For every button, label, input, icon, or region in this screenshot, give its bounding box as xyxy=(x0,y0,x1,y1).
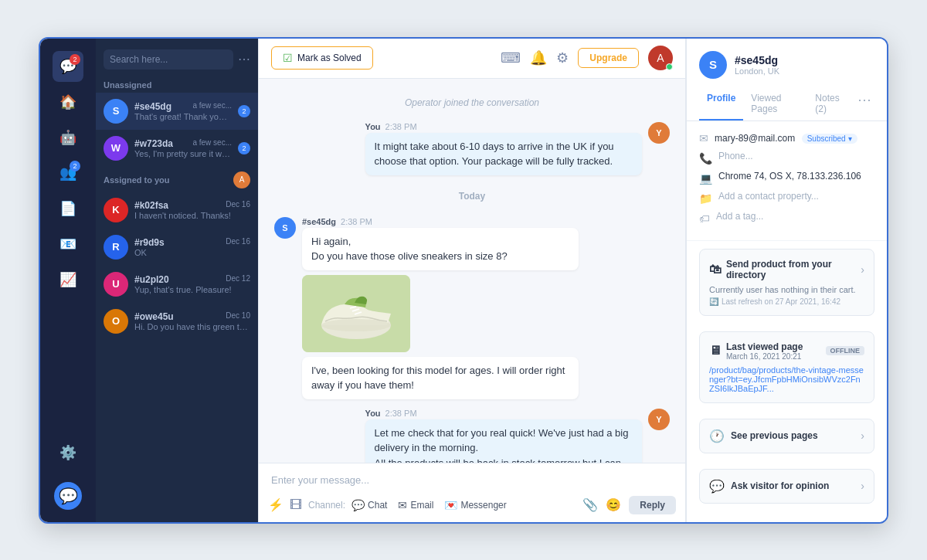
chat-badge: 2 xyxy=(70,54,80,65)
rp-browser-value: Chrome 74, OS X, 78.133.236.106 xyxy=(718,171,861,182)
page-icon: 🖥 xyxy=(709,344,722,358)
messenger-channel-icon: 💌 xyxy=(444,499,457,511)
attachment-button[interactable]: 📎 xyxy=(582,497,598,512)
message-input[interactable] xyxy=(271,474,673,486)
message-bubble: Let me check that for you real quick! We… xyxy=(365,419,642,463)
sidebar-item-contacts[interactable]: 👥 2 xyxy=(53,158,83,188)
conv-list-more-icon[interactable]: ⋯ xyxy=(238,52,250,66)
conv-avatar-k02fsa: K xyxy=(104,198,128,222)
conv-avatar-se45dg: S xyxy=(104,99,128,124)
sidebar-item-docs[interactable]: 📄 xyxy=(53,193,83,224)
rp-page-url[interactable]: /product/bag/products/the-vintage-messen… xyxy=(709,365,864,393)
upgrade-button[interactable]: Upgrade xyxy=(578,48,639,68)
conv-list-header: ⋯ xyxy=(96,39,258,76)
settings-icon[interactable]: ⚙ xyxy=(556,49,569,66)
rp-property-field: 📁 Add a contact property... xyxy=(699,191,874,205)
rp-tab-notes[interactable]: Notes (2) xyxy=(807,88,854,120)
sidebar-item-bot[interactable]: 🤖 xyxy=(53,122,83,153)
reply-button[interactable]: Reply xyxy=(629,496,676,514)
sidebar-user-avatar[interactable]: 💬 xyxy=(54,482,82,510)
ask-opinion-chevron-icon[interactable]: › xyxy=(861,480,864,492)
keyboard-icon[interactable]: ⌨ xyxy=(501,49,521,66)
rp-add-property[interactable]: Add a contact property... xyxy=(718,191,819,202)
rp-tab-profile[interactable]: Profile xyxy=(699,88,743,120)
lightning-button[interactable]: ⚡ xyxy=(268,497,284,512)
rp-shopify-card: 🛍 Send product from your directory › Cur… xyxy=(699,249,874,316)
rp-see-previous-card[interactable]: 🕐 See previous pages › xyxy=(699,419,874,453)
rp-tab-viewed-pages[interactable]: Viewed Pages xyxy=(743,88,807,120)
message-content: #se45dg 2:38 PM Hi again,Do you have tho… xyxy=(302,217,579,399)
shopify-icon: 🛍 xyxy=(709,263,722,277)
rp-add-tag[interactable]: Add a tag... xyxy=(716,211,763,222)
message-row: Y You 2:38 PM Let me check that for you … xyxy=(274,409,670,463)
tag-icon: 🏷 xyxy=(699,212,710,225)
rp-refresh-info: 🔄 Last refresh on 27 Apr 2021, 16:42 xyxy=(709,297,864,306)
opinion-icon: 💬 xyxy=(709,479,725,494)
refresh-icon: 🔄 xyxy=(709,297,718,306)
rp-user-location: London, UK xyxy=(735,66,779,76)
rp-last-page-card: 🖥 Last viewed page March 16, 2021 20:21 … xyxy=(699,331,874,403)
channel-messenger-option[interactable]: 💌 Messenger xyxy=(444,499,506,511)
subscribed-badge: Subscribed ▾ xyxy=(802,134,857,144)
ask-opinion-label: Ask visitor for opinion xyxy=(731,480,829,491)
email-icon: ✉ xyxy=(699,132,708,144)
rp-header: S #se45dg London, UK xyxy=(687,39,887,79)
conv-item-w723da[interactable]: W #w723da a few sec... Yes, I'm pretty s… xyxy=(96,130,258,167)
rp-more-icon[interactable]: ⋯ xyxy=(854,88,874,120)
sidebar-item-home[interactable]: 🏠 xyxy=(53,87,83,117)
conv-badge-se45dg: 2 xyxy=(238,105,250,117)
header-right: ⌨ 🔔 ⚙ Upgrade A xyxy=(501,46,673,70)
rp-browser-field: 💻 Chrome 74, OS X, 78.133.236.106 xyxy=(699,171,874,185)
rp-email-field: ✉ mary-89@mail.com Subscribed ▾ xyxy=(699,131,874,144)
shopify-chevron-icon[interactable]: › xyxy=(861,263,864,276)
channel-label: Channel: xyxy=(308,500,345,511)
rp-ask-opinion-card[interactable]: 💬 Ask visitor for opinion › xyxy=(699,469,874,504)
chat-main: ☑ Mark as Solved ⌨ 🔔 ⚙ Upgrade A Operato… xyxy=(258,39,686,522)
conv-item-r9d9s[interactable]: R #r9d9sDec 16 OK xyxy=(96,229,258,266)
rp-email-value: mary-89@mail.com xyxy=(715,133,795,144)
last-page-date: March 16, 2021 20:21 xyxy=(726,352,803,361)
check-icon: ☑ xyxy=(283,52,293,64)
conv-item-owe45u[interactable]: O #owe45uDec 10 Hi. Do you have this gre… xyxy=(96,303,258,340)
channel-email-option[interactable]: ✉ Email xyxy=(398,499,433,511)
search-input[interactable] xyxy=(104,49,233,70)
conv-item-se45dg[interactable]: S #se45dg a few sec... That's great! Tha… xyxy=(96,93,258,130)
sidebar-item-email[interactable]: 📧 xyxy=(53,229,83,260)
conv-info-se45dg: #se45dg a few sec... That's great! Thank… xyxy=(134,101,232,121)
phone-icon: 📞 xyxy=(699,152,712,165)
rp-tabs: Profile Viewed Pages Notes (2) ⋯ xyxy=(687,79,887,121)
assigned-user-avatar: A xyxy=(233,171,250,188)
conv-info-w723da: #w723da a few sec... Yes, I'm pretty sur… xyxy=(134,138,232,158)
clock-icon: 🕐 xyxy=(709,429,725,443)
chat-header: ☑ Mark as Solved ⌨ 🔔 ⚙ Upgrade A xyxy=(259,39,685,79)
message-bubble: Hi again,Do you have those olive sneaker… xyxy=(302,228,579,270)
sidebar-item-analytics[interactable]: 📈 xyxy=(53,264,83,295)
bell-icon[interactable]: 🔔 xyxy=(530,49,547,66)
rp-shopify-body: Currently user has nothing in their cart… xyxy=(709,285,864,306)
message-avatar: Y xyxy=(648,122,670,144)
see-previous-chevron-icon[interactable]: › xyxy=(861,429,864,442)
toolbar-right: 📎 😊 Reply xyxy=(582,496,676,514)
channel-chat-option[interactable]: 💬 Chat xyxy=(351,499,387,511)
emoji-button[interactable]: 😊 xyxy=(606,497,621,512)
conv-avatar-u2pl20: U xyxy=(104,272,128,297)
message-content: You 2:38 PM It might take about 6-10 day… xyxy=(365,122,642,175)
online-indicator xyxy=(666,63,673,70)
sidebar-item-settings[interactable]: ⚙️ xyxy=(53,437,83,468)
rp-user-info: #se45dg London, UK xyxy=(735,54,779,76)
chat-channel-icon: 💬 xyxy=(351,499,365,511)
laptop-icon: 💻 xyxy=(699,172,712,185)
message-row: S #se45dg 2:38 PM Hi again,Do you have t… xyxy=(274,217,670,399)
gif-button[interactable]: 🎞 xyxy=(290,498,302,512)
right-panel: S #se45dg London, UK Profile Viewed Page… xyxy=(686,39,887,522)
sidebar-item-chat[interactable]: 💬 2 xyxy=(53,51,83,82)
conv-item-u2pl20[interactable]: U #u2pl20Dec 12 Yup, that's true. Pleasu… xyxy=(96,266,258,303)
offline-badge: OFFLINE xyxy=(826,346,865,355)
chat-input-toolbar: ⚡ 🎞 Channel: 💬 Chat ✉ Email 💌 Messenger xyxy=(259,491,685,522)
conv-item-k02fsa[interactable]: K #k02fsaDec 16 I haven't noticed. Thank… xyxy=(96,192,258,229)
date-divider: Today xyxy=(274,185,670,208)
rp-phone-value: Phone... xyxy=(718,151,753,161)
operator-avatar[interactable]: A xyxy=(648,46,673,70)
mark-solved-button[interactable]: ☑ Mark as Solved xyxy=(271,46,373,70)
assigned-label: Assigned to you xyxy=(104,175,170,185)
